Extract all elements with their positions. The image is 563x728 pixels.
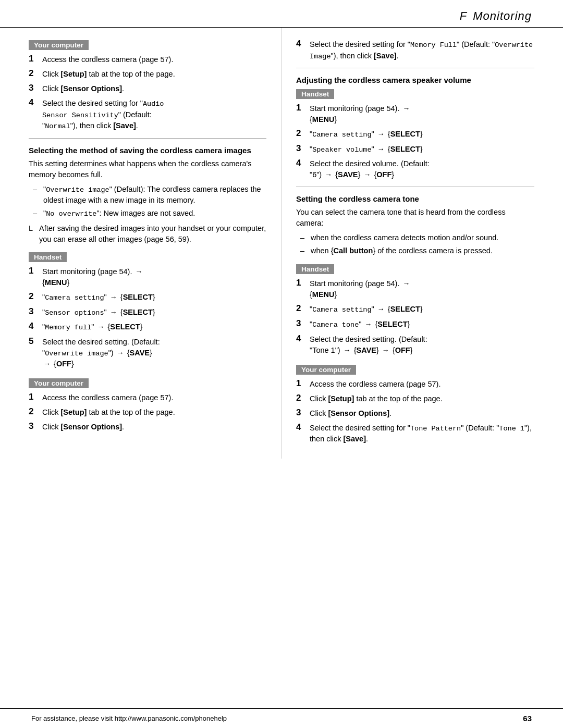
your-computer-badge-3: Your computer [296, 365, 356, 375]
handset-step-4a: 4 "Memory full" → {SELECT} [29, 322, 266, 333]
dash-list-1: – "Overwrite image" (Default): The cordl… [33, 184, 266, 219]
handset-step-5a: 5 Select the desired setting. (Default:"… [29, 337, 266, 370]
comp3-step-4: 4 Select the desired setting for "Tone P… [296, 423, 534, 445]
header-title: Monitoring [473, 9, 532, 23]
handset3-step-4: 4 Select the desired setting. (Default:"… [296, 334, 534, 356]
page: F Monitoring Your computer 1 Access the … [0, 0, 563, 728]
comp3-step-3: 3 Click [Sensor Options]. [296, 408, 534, 419]
step-1a: 1 Access the cordless camera (page 57). [29, 54, 266, 65]
handset-step-2a: 2 "Camera setting" → {SELECT} [29, 292, 266, 303]
dash-item-1: – "Overwrite image" (Default): The cordl… [33, 184, 266, 206]
dash-list-2: – when the cordless camera detects motio… [300, 232, 534, 256]
divider-3 [296, 187, 534, 187]
comp3-step-2: 2 Click [Setup] tab at the top of the pa… [296, 393, 534, 404]
handset-badge-3: Handset [296, 264, 334, 274]
handset-step-3a: 3 "Sensor options" → {SELECT} [29, 307, 266, 318]
comp2-step-2: 2 Click [Setup] tab at the top of the pa… [29, 407, 266, 418]
content-columns: Your computer 1 Access the cordless came… [0, 28, 563, 459]
your-computer-badge-1: Your computer [29, 40, 89, 50]
right-step-4-top: 4 Select the desired setting for "Memory… [296, 39, 534, 61]
handset2-step-2: 2 "Camera setting" → {SELECT} [296, 129, 534, 140]
page-header: F Monitoring [0, 0, 563, 28]
comp3-step-1: 1 Access the cordless camera (page 57). [296, 379, 534, 390]
handset-badge-1: Handset [29, 252, 67, 262]
divider-1 [29, 138, 266, 139]
section-heading-1: Selecting the method of saving the cordl… [29, 145, 266, 156]
page-footer: For assistance, please visit http://www.… [0, 708, 563, 728]
section-text-1: This setting determines what happens whe… [29, 158, 266, 180]
handset2-step-4: 4 Select the desired volume. (Default:"6… [296, 158, 534, 180]
footer-assistance: For assistance, please visit http://www.… [31, 714, 227, 722]
your-computer-badge-2: Your computer [29, 378, 89, 388]
dash-item-2: – "No overwrite": New images are not sav… [33, 208, 266, 219]
handset3-step-2: 2 "Camera setting" → {SELECT} [296, 304, 534, 315]
section-text-3: You can select the camera tone that is h… [296, 207, 534, 229]
dash-item-4: – when {Call button} of the cordless cam… [300, 245, 534, 256]
header-letter: F [460, 9, 467, 23]
handset3-step-3: 3 "Camera tone" → {SELECT} [296, 319, 534, 330]
handset2-step-3: 3 "Speaker volume" → {SELECT} [296, 144, 534, 155]
handset-badge-2: Handset [296, 89, 334, 99]
step-4a: 4 Select the desired setting for "AudioS… [29, 98, 266, 132]
dash-item-3: – when the cordless camera detects motio… [300, 232, 534, 243]
right-column: 4 Select the desired setting for "Memory… [282, 28, 563, 459]
comp2-step-3: 3 Click [Sensor Options]. [29, 422, 266, 433]
step-3a: 3 Click [Sensor Options]. [29, 83, 266, 94]
section-heading-2: Adjusting the cordless camera speaker vo… [296, 75, 534, 85]
comp2-step-1: 1 Access the cordless camera (page 57). [29, 392, 266, 403]
handset3-step-1: 1 Start monitoring (page 54). →{MENU} [296, 278, 534, 300]
left-column: Your computer 1 Access the cordless came… [0, 28, 282, 459]
divider-2 [296, 68, 534, 68]
section-heading-3: Setting the cordless camera tone [296, 193, 534, 204]
handset-step-1a: 1 Start monitoring (page 54). →{MENU} [29, 266, 266, 288]
footer-page-number: 63 [523, 714, 532, 723]
handset2-step-1: 1 Start monitoring (page 54). →{MENU} [296, 103, 534, 125]
l-item-1: L After saving the desired images into y… [29, 223, 266, 245]
step-2a: 2 Click [Setup] tab at the top of the pa… [29, 69, 266, 80]
